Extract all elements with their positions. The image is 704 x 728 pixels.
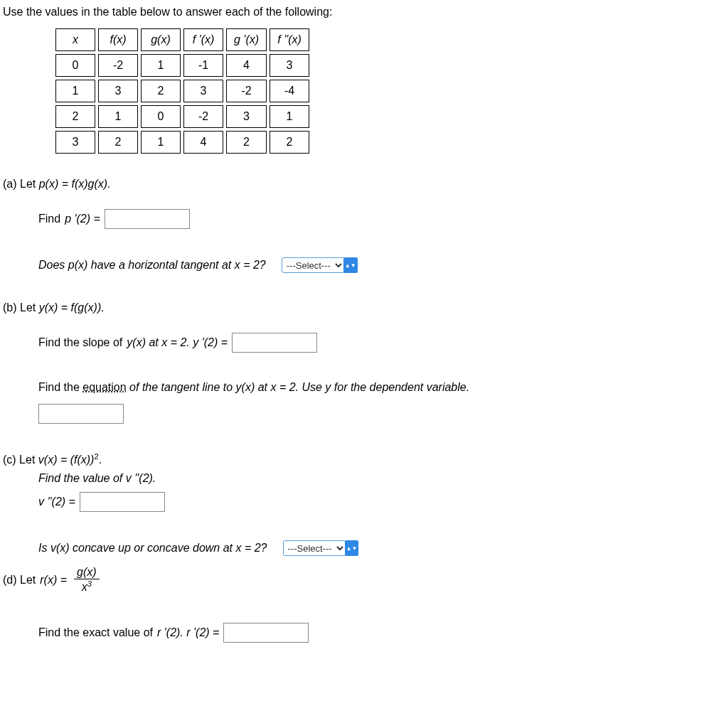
y-prime-2-input[interactable] — [232, 333, 317, 353]
r-prime-2-input[interactable] — [223, 623, 309, 643]
tangent-line-input[interactable] — [38, 404, 124, 424]
concave-select[interactable]: ---Select--- — [283, 540, 346, 556]
cell: 3 — [270, 54, 309, 77]
col-header: f ''(x) — [270, 28, 309, 51]
part-d: (d) Let r(x) = g(x) x3 — [3, 566, 701, 594]
cell: -2 — [183, 105, 223, 128]
col-header: g(x) — [141, 28, 181, 51]
cell: 3 — [183, 80, 223, 102]
values-table: x f(x) g(x) f '(x) g '(x) f ''(x) 0 -2 1… — [53, 26, 312, 156]
cell: -1 — [183, 54, 223, 77]
eq-post: of the tangent line to y(x) at x = 2. Us… — [127, 381, 470, 393]
table-row: 0 -2 1 -1 4 3 — [55, 54, 309, 77]
col-header: f(x) — [98, 28, 138, 51]
tangent-select[interactable]: ---Select--- — [282, 257, 345, 273]
part-b-definition: y(x) = f(g(x)). — [39, 301, 105, 314]
eq-pre: Find the — [38, 381, 82, 393]
col-header: g '(x) — [226, 28, 267, 51]
table-row: 1 3 2 3 -2 -4 — [55, 80, 309, 102]
cell: -2 — [98, 54, 138, 77]
concave-question: Is v(x) concave up or concave down at x … — [38, 542, 267, 555]
fraction: g(x) x3 — [74, 566, 100, 594]
table-header-row: x f(x) g(x) f '(x) g '(x) f ''(x) — [55, 28, 309, 51]
col-header: f '(x) — [183, 28, 223, 51]
part-c: (c) Let v(x) = (f(x))2. — [3, 452, 701, 466]
cell: 2 — [141, 80, 181, 102]
cell: 1 — [141, 131, 181, 154]
part-c-expr-row: v ''(2) = — [38, 492, 701, 512]
part-a: (a) Let p(x) = f(x)g(x). — [3, 178, 701, 191]
col-header: x — [55, 28, 95, 51]
cell: -4 — [270, 80, 309, 102]
slope-question-mid: y(x) at x = 2. y '(2) = — [127, 336, 228, 349]
intro-text: Use the values in the table below to ans… — [3, 6, 701, 18]
find-label: Find — [38, 213, 60, 225]
part-c-find-label: Find the value of v ''(2). — [38, 472, 156, 484]
part-d-find-row: Find the exact value of r '(2). r '(2) = — [38, 623, 701, 643]
v-double-prime-expr: v ''(2) = — [38, 496, 75, 508]
part-d-find-pre: Find the exact value of — [38, 626, 153, 639]
cell: 4 — [226, 54, 267, 77]
select-stepper-icon: ▲▼ — [343, 257, 358, 273]
equation-link[interactable]: equation — [82, 381, 126, 393]
cell: 1 — [98, 105, 138, 128]
part-d-def-pre: r(x) = — [40, 574, 67, 587]
tangent-question: Does p(x) have a horizontal tangent at x… — [38, 259, 266, 272]
p-prime-2-input[interactable] — [105, 209, 190, 229]
part-c-concave-row: Is v(x) concave up or concave down at x … — [38, 540, 701, 556]
part-b-lead: (b) Let — [3, 301, 39, 314]
fraction-numerator: g(x) — [74, 566, 100, 579]
cell: 1 — [55, 80, 95, 102]
slope-question-pre: Find the slope of — [38, 336, 122, 349]
cell: 3 — [226, 105, 267, 128]
cell: -2 — [226, 80, 267, 102]
cell: 4 — [183, 131, 223, 154]
part-a-find-row: Find p '(2) = — [38, 209, 701, 229]
part-a-tangent-row: Does p(x) have a horizontal tangent at x… — [38, 257, 701, 273]
table-row: 2 1 0 -2 3 1 — [55, 105, 309, 128]
cell: 2 — [226, 131, 267, 154]
part-b: (b) Let y(x) = f(g(x)). — [3, 301, 701, 314]
part-d-lead: (d) Let — [3, 574, 36, 587]
cell: 0 — [55, 54, 95, 77]
part-b-slope-row: Find the slope of y(x) at x = 2. y '(2) … — [38, 333, 701, 353]
part-a-lead: (a) Let — [3, 178, 39, 190]
part-a-definition: p(x) = f(x)g(x). — [39, 178, 111, 190]
cell: 3 — [55, 131, 95, 154]
part-d-find-expr: r '(2). r '(2) = — [157, 626, 219, 639]
cell: 2 — [98, 131, 138, 154]
cell: 2 — [270, 131, 309, 154]
part-b-equation-prompt: Find the equation of the tangent line to… — [38, 381, 701, 394]
cell: 1 — [141, 54, 181, 77]
table-row: 3 2 1 4 2 2 — [55, 131, 309, 154]
find-expression: p '(2) = — [65, 213, 100, 225]
fraction-denominator: x3 — [79, 579, 95, 594]
part-c-def-post: . — [99, 454, 102, 466]
part-c-def-pre: v(x) = (f(x)) — [38, 454, 95, 466]
cell: 3 — [98, 80, 138, 102]
part-c-lead: (c) Let — [3, 454, 38, 466]
v-double-prime-2-input[interactable] — [80, 492, 165, 512]
cell: 2 — [55, 105, 95, 128]
cell: 1 — [270, 105, 309, 128]
cell: 0 — [141, 105, 181, 128]
select-stepper-icon: ▲▼ — [345, 540, 359, 556]
